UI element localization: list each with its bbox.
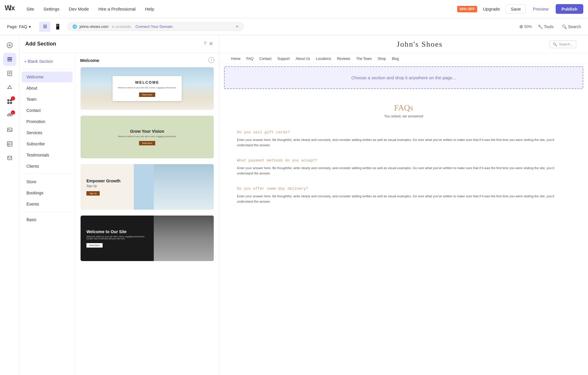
- category-separator-2: [23, 212, 71, 212]
- faq-question-2: What payment methods do you accept?: [237, 158, 570, 163]
- template-card-3[interactable]: Empower Growth Sign Up Sign Up: [80, 164, 214, 210]
- site-nav-blog[interactable]: Blog: [392, 57, 399, 61]
- domain-text: johns-shoes.com: [79, 24, 108, 29]
- drop-zone-text: Choose a section and drop it anywhere on…: [351, 75, 456, 80]
- site-nav-shop[interactable]: Shop: [378, 57, 386, 61]
- svg-rect-18: [7, 102, 9, 104]
- template-section-title: Welcome: [80, 58, 99, 63]
- globe-icon: 🌐: [72, 24, 77, 29]
- top-bar: W ix Site Settings Dev Mode Hire a Profe…: [0, 0, 588, 18]
- svg-point-15: [7, 88, 9, 89]
- site-nav-about-us[interactable]: About Us: [295, 57, 310, 61]
- site-nav-support[interactable]: Support: [277, 57, 290, 61]
- category-about[interactable]: About: [22, 83, 73, 93]
- site-title: John's Shoes: [397, 40, 443, 49]
- category-testimonials[interactable]: Testimonials: [22, 150, 73, 160]
- website-header: John's Shoes 🔍 Search...: [219, 35, 588, 54]
- chevron-down-icon: ▾: [29, 24, 31, 29]
- nav-site[interactable]: Site: [23, 5, 38, 13]
- category-events[interactable]: Events: [22, 199, 73, 209]
- faq-answer-1: Enter your answer here. Be thoughtful, w…: [237, 137, 570, 148]
- device-icons: 🖥 📱: [39, 22, 64, 32]
- drop-zone: Choose a section and drop it anywhere on…: [224, 66, 583, 89]
- category-services[interactable]: Services: [22, 127, 73, 138]
- templates-area: Welcome i WELCOME Welcome visitors to yo…: [75, 53, 219, 375]
- zoom-control[interactable]: ⊕ 50%: [519, 24, 532, 29]
- nav-hire-professional[interactable]: Hire a Professional: [95, 5, 139, 13]
- site-nav-faq[interactable]: FAQ: [246, 57, 253, 61]
- tools-button[interactable]: 🔧 Tools: [535, 23, 556, 30]
- info-icon[interactable]: i: [208, 57, 214, 63]
- sidebar-design-icon[interactable]: [3, 81, 16, 94]
- tmpl4-image: [154, 216, 214, 261]
- category-basic[interactable]: Basic: [22, 214, 73, 225]
- svg-text:ix: ix: [9, 4, 15, 12]
- site-search[interactable]: 🔍 Search...: [549, 41, 576, 48]
- category-welcome[interactable]: Welcome: [22, 72, 73, 82]
- svg-rect-5: [7, 57, 12, 58]
- category-store[interactable]: Store: [22, 176, 73, 187]
- zoom-level: 50%: [524, 24, 532, 29]
- categories-list: + Blank Section Welcome About Team Conta…: [19, 53, 75, 375]
- preview-button[interactable]: Preview: [528, 5, 553, 13]
- save-button[interactable]: Save: [506, 4, 526, 14]
- mobile-icon[interactable]: 📱: [51, 22, 64, 32]
- category-subscribe[interactable]: Subscribe: [22, 139, 73, 149]
- panel-header: Add Section ? ✕: [19, 35, 219, 53]
- svg-rect-7: [7, 61, 12, 61]
- sidebar-integrations-icon[interactable]: 1: [3, 109, 16, 122]
- nav-help[interactable]: Help: [141, 5, 158, 13]
- template-section-header: Welcome i: [80, 57, 214, 63]
- site-nav-home[interactable]: Home: [231, 57, 240, 61]
- site-nav-reviews[interactable]: Reviews: [337, 57, 350, 61]
- page-selector[interactable]: Page: FAQ ▾: [5, 23, 33, 30]
- tools-icon: 🔧: [538, 24, 543, 29]
- svg-rect-30: [8, 156, 12, 160]
- sidebar-sections-icon[interactable]: [3, 53, 16, 66]
- wix-logo: W ix: [5, 4, 17, 14]
- page-label: Page: FAQ: [7, 24, 27, 29]
- site-nav: Home FAQ Contact Support About Us Locati…: [219, 54, 588, 64]
- sidebar-add-icon[interactable]: [3, 39, 16, 52]
- site-nav-contact[interactable]: Contact: [259, 57, 271, 61]
- faqs-title: FAQs: [237, 103, 570, 112]
- badge-count: 1: [11, 96, 15, 100]
- tmpl1-title: WELCOME: [118, 80, 176, 85]
- search-icon-site: 🔍: [553, 42, 557, 46]
- faq-question-3: Do you offer same-day delivery?: [237, 186, 570, 191]
- category-promotion[interactable]: Promotion: [22, 116, 73, 127]
- category-separator: [23, 174, 71, 174]
- template-card-1[interactable]: WELCOME Welcome visitors to your site wi…: [80, 67, 214, 110]
- upgrade-button[interactable]: Upgrade: [480, 5, 504, 13]
- publish-button[interactable]: Publish: [556, 4, 583, 14]
- template-card-4[interactable]: Welcome to Our Site Welcome visitors to …: [80, 215, 214, 262]
- sidebar-pages-icon[interactable]: [3, 67, 16, 80]
- search-button[interactable]: 🔍 Search: [559, 23, 583, 30]
- tmpl4-title: Welcome to Our Site: [86, 229, 148, 234]
- category-bookings[interactable]: Bookings: [22, 188, 73, 198]
- sidebar-marketing-icon[interactable]: [3, 152, 16, 164]
- svg-rect-6: [7, 59, 12, 60]
- panel-help-icon[interactable]: ?: [204, 41, 206, 46]
- nav-dev-mode[interactable]: Dev Mode: [65, 5, 92, 13]
- sidebar-cms-icon[interactable]: [3, 137, 16, 150]
- template-card-2[interactable]: Grow Your Vision Welcome visitors to you…: [80, 115, 214, 159]
- faqs-subtitle: You asked, we answered: [237, 114, 570, 118]
- desktop-icon[interactable]: 🖥: [39, 22, 50, 32]
- site-nav-locations[interactable]: Locations: [316, 57, 331, 61]
- category-contact[interactable]: Contact: [22, 105, 73, 116]
- faqs-section: FAQs You asked, we answered Do you sell …: [219, 91, 588, 227]
- category-divider: [23, 69, 71, 69]
- svg-point-14: [11, 88, 12, 89]
- blank-section-button[interactable]: + Blank Section: [19, 56, 75, 67]
- sidebar-media-icon[interactable]: [3, 123, 16, 136]
- zoom-add-icon[interactable]: ⊕: [519, 24, 523, 29]
- sidebar-apps-icon[interactable]: 1: [3, 95, 16, 108]
- connect-domain-link[interactable]: Connect Your Domain: [136, 24, 173, 29]
- category-clients[interactable]: Clients: [22, 161, 73, 171]
- category-team[interactable]: Team: [22, 94, 73, 105]
- nav-settings[interactable]: Settings: [40, 5, 63, 13]
- site-nav-the-team[interactable]: The Team: [356, 57, 372, 61]
- close-url-bar-icon[interactable]: ✕: [235, 24, 239, 29]
- panel-close-icon[interactable]: ✕: [209, 41, 213, 47]
